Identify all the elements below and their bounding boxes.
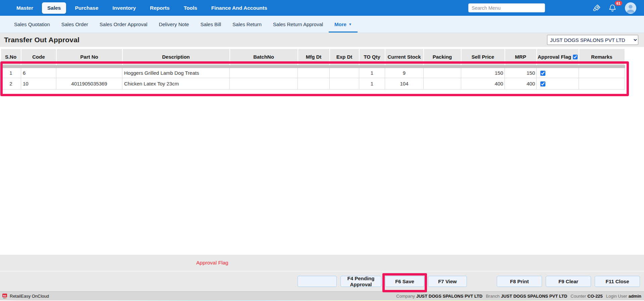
sub-nav-delivery-note[interactable]: Delivery Note [153,16,195,33]
sub-nav-sales-order-approval[interactable]: Sales Order Approval [94,16,153,33]
search-input[interactable] [468,3,545,12]
cell-mrp: 400 [505,78,537,89]
f4-pending-approval-button[interactable]: F4 Pending Approval [340,276,381,287]
search-wrap [468,3,545,12]
col-header-packing: Packing [424,49,461,66]
top-nav-purchase[interactable]: Purchase [68,2,105,14]
login-user-value: admin [629,294,641,299]
col-header-approval-flag: Approval Flag [537,49,579,66]
company-select[interactable]: JUST DOGS SPALONS PVT LTD [547,35,638,45]
sub-nav-sales-bill[interactable]: Sales Bill [195,16,227,33]
cell-part-no: 4011905035369 [56,78,122,89]
approval-flag-header-checkbox[interactable] [573,55,578,59]
f6-save-button[interactable]: F6 Save [385,276,424,287]
sub-nav-more[interactable]: More▼ [329,16,358,33]
f7-view-button[interactable]: F7 View [428,276,467,287]
top-nav-sales[interactable]: Sales [42,2,66,14]
col-header-part-no: Part No [56,49,122,66]
action-buttons: F4 Pending ApprovalF6 SaveF7 ViewF8 Prin… [0,271,644,291]
cell-s-no: 1 [1,66,21,78]
cell-description: Chicken Latex Toy 23cm [122,78,230,89]
main-content: S.NoCodePart NoDescriptionBatchNoMfg DtE… [0,49,644,255]
col-header-exp-dt: Exp Dt [330,49,359,66]
approval-flag-checkbox[interactable] [540,71,545,76]
f11-close-button[interactable]: F11 Close [595,276,640,287]
counter-label: Counter [571,294,586,299]
cell-to-qty: 1 [359,66,385,78]
cell-code: 6 [21,66,56,78]
company-label: Company [396,294,415,299]
company-value: JUST DOGS SPALONS PVT LTD [416,294,482,299]
retaileasy-logo-icon: RE [2,293,8,299]
cell-batchno [230,66,298,78]
top-nav-reports[interactable]: Reports [143,2,177,14]
top-nav-inventory[interactable]: Inventory [105,2,143,14]
col-header-mrp: MRP [505,49,537,66]
counter-value: CO-225 [587,294,603,299]
cell-remarks [579,78,625,89]
top-menu-bar: MasterSalesPurchaseInventoryReportsTools… [0,0,644,16]
f8-print-button[interactable]: F8 Print [497,276,542,287]
page-title: Transfer Out Approval [0,36,79,44]
col-header-description: Description [122,49,230,66]
sub-nav-items: Sales QuotationSales OrderSales Order Ap… [8,16,358,33]
login-user-label: Login User [606,294,627,299]
cell-exp-dt [330,66,359,78]
svg-text:RE: RE [3,294,6,297]
sub-nav-sales-quotation[interactable]: Sales Quotation [8,16,56,33]
branch-value: JUST DOGS SPALONS PVT LTD [501,294,567,299]
f9-clear-button[interactable]: F9 Clear [546,276,591,287]
table-header-row: S.NoCodePart NoDescriptionBatchNoMfg DtE… [1,49,625,66]
sub-nav-sales-order[interactable]: Sales Order [56,16,94,33]
cell-current-stock: 9 [385,66,424,78]
cell-remarks [579,66,625,78]
footer-flag-row: Approval Flag [0,255,644,271]
user-avatar[interactable] [625,2,636,14]
theme-brush-icon[interactable] [592,3,601,12]
cell-sell-price: 150 [461,66,505,78]
table-row: 16Hoggers Grilled Lamb Dog Treats1915015… [1,66,625,78]
table-body: 16Hoggers Grilled Lamb Dog Treats1915015… [1,66,625,89]
top-nav-finance-and-accounts[interactable]: Finance And Accounts [204,2,274,14]
chevron-down-icon: ▼ [348,22,352,26]
col-header-sell-price: Sell Price [461,49,505,66]
branch-label: Branch [486,294,499,299]
notification-count-badge: 61 [615,1,622,6]
table-row: 2104011905035369Chicken Latex Toy 23cm11… [1,78,625,89]
approval-flag-label: Approval Flag [196,260,228,266]
cell-mrp: 150 [505,66,537,78]
col-header-to-qty: TO Qty [359,49,385,66]
cell-part-no [56,66,122,78]
cell-approval-flag [537,66,579,78]
cell-packing [424,66,461,78]
col-header-remarks: Remarks [579,49,625,66]
sales-sub-nav: Sales QuotationSales OrderSales Order Ap… [0,16,644,33]
sub-nav-sales-return[interactable]: Sales Return [227,16,267,33]
approval-flag-checkbox[interactable] [540,81,545,86]
cell-current-stock: 104 [385,78,424,89]
col-header-current-stock: Current Stock [385,49,424,66]
status-bar: RE RetailEasy OnCloud Company JUST DOGS … [0,291,644,300]
blank-button[interactable] [298,276,337,287]
app-name: RetailEasy OnCloud [10,294,49,299]
cell-description: Hoggers Grilled Lamb Dog Treats [122,66,230,78]
cell-to-qty: 1 [359,78,385,89]
col-header-s-no: S.No [1,49,21,66]
notifications-bell-icon[interactable]: 61 [608,3,617,12]
cell-packing [424,78,461,89]
sub-nav-sales-return-approval[interactable]: Sales Return Approval [267,16,329,33]
cell-s-no: 2 [1,78,21,89]
title-bar: Transfer Out Approval JUST DOGS SPALONS … [0,33,644,47]
col-header-batchno: BatchNo [230,49,298,66]
cell-mfg-dt [298,78,330,89]
cell-mfg-dt [298,66,330,78]
cell-approval-flag [537,78,579,89]
cell-batchno [230,78,298,89]
cell-sell-price: 400 [461,78,505,89]
top-nav-tools[interactable]: Tools [177,2,204,14]
cell-exp-dt [330,78,359,89]
top-nav-master[interactable]: Master [9,2,40,14]
top-nav-items: MasterSalesPurchaseInventoryReportsTools… [9,0,274,16]
col-header-code: Code [21,49,56,66]
cell-code: 10 [21,78,56,89]
